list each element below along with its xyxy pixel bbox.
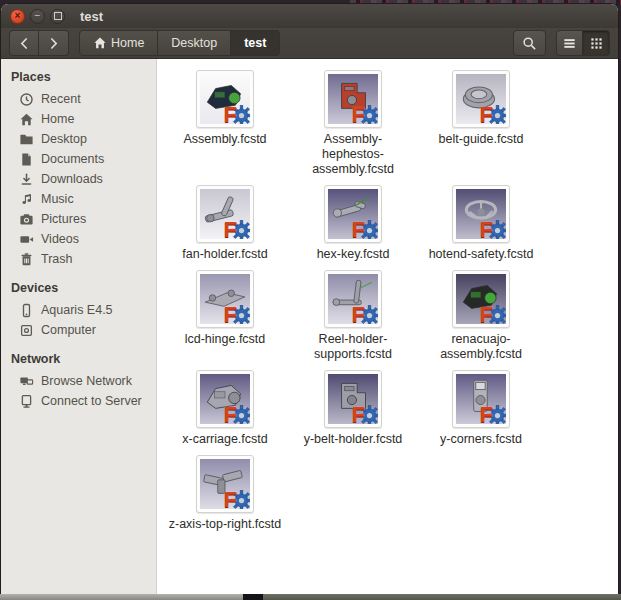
sidebar-heading: Devices xyxy=(1,278,156,300)
file-item-assembly-fcstd[interactable]: FAssembly.fcstd xyxy=(161,70,289,147)
file-name: Assembly.fcstd xyxy=(183,132,266,147)
maximize-button[interactable] xyxy=(50,9,65,24)
sidebar-item-documents[interactable]: Documents xyxy=(1,149,156,169)
sidebar-item-connect-to-server[interactable]: Connect to Server xyxy=(1,391,156,411)
file-thumbnail: F xyxy=(196,270,254,328)
computer-icon xyxy=(19,323,34,338)
file-name: Assembly-hephestos-assembly.fcstd xyxy=(293,132,413,177)
sidebar-item-pictures[interactable]: Pictures xyxy=(1,209,156,229)
sidebar-item-label: Music xyxy=(41,192,74,206)
sidebar: PlacesRecentHomeDesktopDocumentsDownload… xyxy=(1,59,157,594)
sidebar-item-label: Home xyxy=(41,112,74,126)
sidebar-item-music[interactable]: Music xyxy=(1,189,156,209)
freecad-f-logo: F xyxy=(224,490,237,509)
sidebar-item-label: Documents xyxy=(41,152,104,166)
file-name: z-axis-top-right.fcstd xyxy=(169,517,282,532)
sidebar-heading: Places xyxy=(1,67,156,89)
music-icon xyxy=(19,192,34,207)
file-item-assembly-hephestos-assembly-fcstd[interactable]: FAssembly-hephestos-assembly.fcstd xyxy=(289,70,417,177)
file-name: x-carriage.fcstd xyxy=(182,432,267,447)
search-icon xyxy=(522,36,537,51)
forward-button[interactable] xyxy=(39,30,69,56)
sidebar-item-aquaris-e4-5[interactable]: Aquaris E4.5 xyxy=(1,300,156,320)
server-icon xyxy=(19,394,34,409)
file-item-renacuajo-assembly-fcstd[interactable]: Frenacuajo-assembly.fcstd xyxy=(417,270,545,362)
artifact-segment xyxy=(263,594,621,600)
freecad-f-logo: F xyxy=(480,305,493,324)
freecad-f-logo: F xyxy=(480,105,493,124)
freecad-f-logo: F xyxy=(224,305,237,324)
grid-view-button[interactable] xyxy=(583,30,610,56)
list-view-button[interactable] xyxy=(556,30,583,56)
breadcrumb-label: Desktop xyxy=(171,36,217,50)
file-item-lcd-hinge-fcstd[interactable]: Flcd-hinge.fcstd xyxy=(161,270,289,347)
file-name: belt-guide.fcstd xyxy=(439,132,524,147)
file-item-y-belt-holder-fcstd[interactable]: Fy-belt-holder.fcstd xyxy=(289,370,417,447)
file-name: lcd-hinge.fcstd xyxy=(185,332,266,347)
sidebar-item-recent[interactable]: Recent xyxy=(1,89,156,109)
file-item-hotend-safety-fcstd[interactable]: Fhotend-safety.fcstd xyxy=(417,185,545,262)
list-view-icon xyxy=(562,36,577,51)
file-item-reel-holder-supports-fcstd[interactable]: FReel-holder-supports.fcstd xyxy=(289,270,417,362)
close-button[interactable]: × xyxy=(10,9,25,24)
file-thumbnail: F xyxy=(324,70,382,128)
clock-icon xyxy=(19,92,34,107)
content-pane[interactable]: FAssembly.fcstdFAssembly-hephestos-assem… xyxy=(157,59,618,594)
breadcrumb-label: test xyxy=(244,36,266,50)
freecad-f-logo: F xyxy=(352,105,365,124)
freecad-f-logo: F xyxy=(480,405,493,424)
sidebar-section-network: NetworkBrowse NetworkConnect to Server xyxy=(1,349,156,411)
home-icon xyxy=(19,112,34,127)
file-item-belt-guide-fcstd[interactable]: Fbelt-guide.fcstd xyxy=(417,70,545,147)
artifact-segment xyxy=(0,594,243,600)
sidebar-item-trash[interactable]: Trash xyxy=(1,249,156,269)
sidebar-item-downloads[interactable]: Downloads xyxy=(1,169,156,189)
chevron-left-icon xyxy=(17,36,32,51)
titlebar[interactable]: × − test xyxy=(1,4,618,28)
grid-view-icon xyxy=(589,36,604,51)
breadcrumb-label: Home xyxy=(111,36,144,50)
file-thumbnail: F xyxy=(196,185,254,243)
breadcrumb-test[interactable]: test xyxy=(231,30,280,56)
camera-icon xyxy=(19,212,34,227)
sidebar-section-devices: DevicesAquaris E4.5Computer xyxy=(1,278,156,340)
freecad-f-logo: F xyxy=(352,220,365,239)
file-item-hex-key-fcstd[interactable]: Fhex-key.fcstd xyxy=(289,185,417,262)
sidebar-item-home[interactable]: Home xyxy=(1,109,156,129)
desktop-artifact-bottom xyxy=(0,594,621,600)
minimize-button[interactable]: − xyxy=(30,9,45,24)
file-item-y-corners-fcstd[interactable]: Fy-corners.fcstd xyxy=(417,370,545,447)
view-toggle xyxy=(556,30,610,56)
artifact-segment xyxy=(243,594,263,600)
folder-icon xyxy=(19,132,34,147)
network-icon xyxy=(19,374,34,389)
file-item-z-axis-top-right-fcstd[interactable]: Fz-axis-top-right.fcstd xyxy=(161,455,289,532)
file-thumbnail: F xyxy=(196,370,254,428)
breadcrumb: HomeDesktoptest xyxy=(79,30,280,56)
file-name: hotend-safety.fcstd xyxy=(429,247,534,262)
document-icon xyxy=(19,152,34,167)
file-thumbnail: F xyxy=(196,70,254,128)
search-button[interactable] xyxy=(513,30,546,56)
sidebar-item-browse-network[interactable]: Browse Network xyxy=(1,371,156,391)
file-thumbnail: F xyxy=(324,270,382,328)
file-thumbnail: F xyxy=(452,370,510,428)
sidebar-item-label: Browse Network xyxy=(41,374,132,388)
sidebar-item-desktop[interactable]: Desktop xyxy=(1,129,156,149)
file-item-fan-holder-fcstd[interactable]: Ffan-holder.fcstd xyxy=(161,185,289,262)
freecad-f-logo: F xyxy=(480,220,493,239)
freecad-f-logo: F xyxy=(224,405,237,424)
breadcrumb-desktop[interactable]: Desktop xyxy=(158,30,231,56)
file-thumbnail: F xyxy=(452,185,510,243)
sidebar-item-computer[interactable]: Computer xyxy=(1,320,156,340)
file-thumbnail: F xyxy=(324,370,382,428)
video-icon xyxy=(19,232,34,247)
sidebar-item-videos[interactable]: Videos xyxy=(1,229,156,249)
phone-icon xyxy=(19,303,34,318)
file-item-x-carriage-fcstd[interactable]: Fx-carriage.fcstd xyxy=(161,370,289,447)
sidebar-item-label: Trash xyxy=(41,252,73,266)
breadcrumb-home[interactable]: Home xyxy=(79,30,158,56)
freecad-f-logo: F xyxy=(352,305,365,324)
back-button[interactable] xyxy=(9,30,39,56)
chevron-right-icon xyxy=(46,36,61,51)
